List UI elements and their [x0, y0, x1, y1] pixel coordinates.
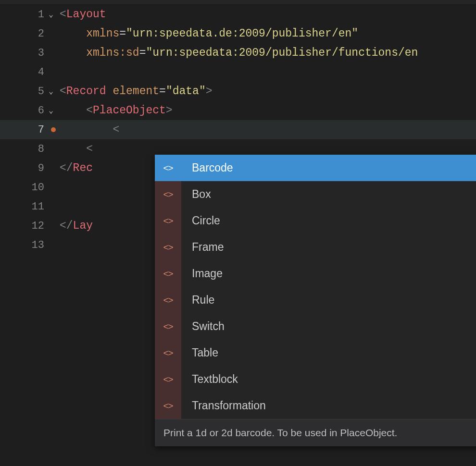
attr-name: sd [126, 47, 139, 59]
gutter: 1 ⌄ 2 3 4 5 ⌄ 6 ⌄ 7 8 [0, 5, 60, 466]
tag-name: Layout [66, 8, 106, 21]
attr-value: "data" [166, 85, 206, 98]
autocomplete-item[interactable]: <> Circle [155, 208, 476, 234]
autocomplete-item[interactable]: <> Textblock [155, 366, 476, 392]
gutter-line[interactable]: 12 [0, 216, 60, 235]
attr-name: xmlns [86, 27, 119, 40]
line-number: 5 [23, 86, 44, 98]
tag-name: Lay [73, 220, 93, 232]
gutter-line[interactable]: 6 ⌄ [0, 101, 60, 120]
fold-chevron-icon[interactable]: ⌄ [46, 106, 56, 115]
code-line[interactable]: <PlaceObject> [60, 101, 476, 120]
autocomplete-item[interactable]: <> Switch [155, 313, 476, 340]
line-number: 4 [23, 66, 44, 78]
code-area[interactable]: <Layout xmlns="urn:speedata.de:2009/publ… [60, 5, 476, 466]
punct: > [166, 104, 173, 117]
modified-dot-icon [51, 127, 56, 132]
autocomplete-label: Image [181, 267, 223, 280]
code-line-active[interactable]: < [60, 120, 476, 139]
xml-element-icon: <> [155, 313, 181, 340]
autocomplete-label: Frame [181, 241, 224, 254]
punct: </ [60, 162, 73, 174]
line-number: 13 [23, 239, 44, 251]
autocomplete-popup[interactable]: <> Barcode <> Box <> Circle <> Frame <> … [155, 155, 476, 446]
xml-element-icon: <> [155, 260, 181, 287]
gutter-line[interactable]: 13 [0, 235, 60, 255]
autocomplete-item[interactable]: <> Frame [155, 234, 476, 260]
line-number: 1 [23, 9, 44, 21]
equals: = [119, 27, 126, 40]
code-line[interactable]: xmlns:sd="urn:speedata:2009/publisher/fu… [60, 43, 476, 62]
autocomplete-label: Box [181, 188, 211, 201]
gutter-line[interactable]: 10 [0, 178, 60, 197]
autocomplete-item[interactable]: <> Box [155, 181, 476, 208]
xml-element-icon: <> [155, 234, 181, 260]
line-number: 6 [23, 105, 44, 117]
line-number: 11 [23, 201, 44, 213]
punct: </ [60, 220, 73, 232]
gutter-line[interactable]: 8 [0, 139, 60, 159]
autocomplete-label: Circle [181, 214, 220, 227]
punct: > [206, 85, 213, 98]
gutter-line[interactable]: 2 [0, 24, 60, 43]
punct: < [86, 104, 93, 117]
xml-element-icon: <> [155, 340, 181, 366]
line-number: 8 [23, 143, 44, 155]
code-line[interactable]: <Layout [60, 5, 476, 24]
code-line[interactable]: <Record element="data"> [60, 82, 476, 101]
attr-name: element [113, 85, 159, 98]
line-number: 3 [23, 47, 44, 59]
autocomplete-description: Print a 1d or 2d barcode. To be used in … [155, 419, 476, 446]
code-line[interactable] [60, 62, 476, 82]
namespace-prefix: xmlns: [86, 47, 126, 59]
xml-element-icon: <> [155, 392, 181, 419]
tag-name: PlaceObject [93, 104, 166, 117]
gutter-line[interactable]: 3 [0, 43, 60, 62]
autocomplete-item[interactable]: <> Rule [155, 287, 476, 313]
xml-element-icon: <> [155, 155, 181, 181]
tag-name: Rec [73, 162, 93, 174]
line-number: 7 [23, 124, 44, 136]
attr-value: "urn:speedata.de:2009/publisher/en" [126, 27, 358, 40]
punct: < [60, 8, 66, 21]
fold-chevron-icon[interactable]: ⌄ [46, 10, 56, 19]
gutter-line-active[interactable]: 7 [0, 120, 60, 139]
autocomplete-item[interactable]: <> Table [155, 340, 476, 366]
gutter-line[interactable]: 11 [0, 197, 60, 216]
autocomplete-item[interactable]: <> Transformation [155, 392, 476, 419]
autocomplete-item[interactable]: <> Image [155, 260, 476, 287]
tag-name: Record [66, 85, 106, 98]
autocomplete-label: Transformation [181, 399, 266, 412]
autocomplete-label: Rule [181, 294, 214, 307]
line-number: 12 [23, 220, 44, 232]
fold-chevron-icon[interactable]: ⌄ [46, 86, 56, 96]
xml-element-icon: <> [155, 366, 181, 392]
xml-element-icon: <> [155, 181, 181, 208]
autocomplete-label: Switch [181, 320, 225, 333]
code-editor[interactable]: 1 ⌄ 2 3 4 5 ⌄ 6 ⌄ 7 8 [0, 5, 476, 466]
gutter-line[interactable]: 1 ⌄ [0, 5, 60, 24]
autocomplete-label: Barcode [181, 161, 233, 174]
autocomplete-label: Textblock [181, 373, 238, 386]
equals: = [159, 85, 166, 98]
punct: < [113, 123, 119, 136]
code-line[interactable]: xmlns="urn:speedata.de:2009/publisher/en… [60, 24, 476, 43]
gutter-line[interactable]: 9 [0, 159, 60, 178]
equals: = [139, 47, 146, 59]
xml-element-icon: <> [155, 208, 181, 234]
editor-top-bar [0, 0, 476, 5]
gutter-line[interactable]: 5 ⌄ [0, 82, 60, 101]
punct: < [86, 143, 93, 155]
line-number: 2 [23, 28, 44, 40]
gutter-line[interactable]: 4 [0, 62, 60, 82]
line-number: 9 [23, 162, 44, 174]
punct: < [60, 85, 66, 98]
line-number: 10 [23, 182, 44, 194]
xml-element-icon: <> [155, 287, 181, 313]
autocomplete-label: Table [181, 346, 218, 359]
autocomplete-item[interactable]: <> Barcode [155, 155, 476, 181]
attr-value: "urn:speedata:2009/publisher/functions/e… [146, 47, 418, 59]
